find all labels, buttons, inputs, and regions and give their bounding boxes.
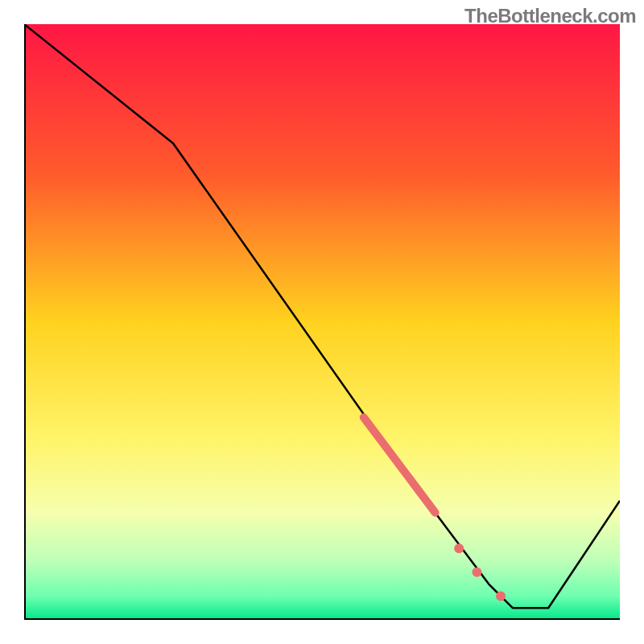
point-a xyxy=(454,543,464,553)
point-b xyxy=(472,568,481,577)
watermark-text: TheBottleneck.com xyxy=(464,5,636,27)
chart-svg xyxy=(24,24,620,620)
gradient-background xyxy=(24,24,620,620)
point-c xyxy=(496,591,506,601)
plot-area xyxy=(24,24,620,620)
chart-container: TheBottleneck.com xyxy=(0,0,644,644)
